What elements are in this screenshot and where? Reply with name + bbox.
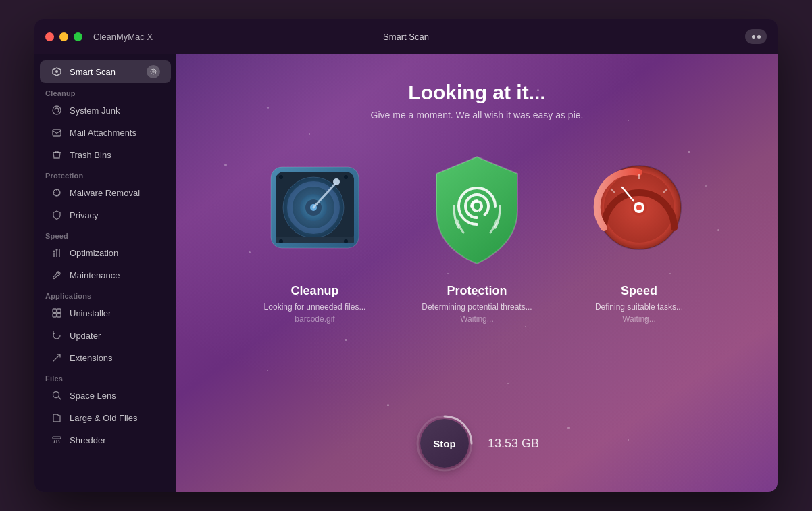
bottom-area: Stop 13.53 GB [415, 414, 539, 473]
privacy-icon [51, 209, 63, 221]
shredder-icon [51, 434, 63, 446]
optimization-label: Optimization [70, 248, 118, 258]
speed-card-icon [582, 145, 696, 273]
svg-point-34 [279, 175, 283, 179]
svg-rect-14 [53, 314, 57, 318]
sidebar-item-privacy[interactable]: Privacy [40, 204, 171, 226]
malware-icon [51, 187, 63, 199]
svg-point-47 [636, 205, 642, 210]
minimize-button[interactable] [59, 32, 68, 41]
protection-title: Protection [447, 284, 507, 298]
sidebar: Smart Scan Cleanup System Junk [34, 54, 176, 492]
section-cleanup: Cleanup [34, 84, 176, 99]
svg-rect-4 [53, 130, 61, 136]
cleanup-card: Cleanup Looking for unneeded files... ba… [244, 145, 386, 324]
svg-point-3 [53, 106, 61, 114]
svg-line-19 [54, 440, 55, 443]
sidebar-item-extensions[interactable]: Extensions [40, 347, 171, 368]
protection-desc: Determining potential threats... [422, 302, 532, 312]
sidebar-item-trash-bins[interactable]: Trash Bins [40, 144, 171, 166]
space-lens-label: Space Lens [70, 391, 116, 401]
main-title: Looking at it... [371, 81, 584, 104]
section-applications: Applications [34, 287, 176, 301]
svg-point-0 [55, 70, 58, 73]
sidebar-item-large-old-files[interactable]: Large & Old Files [40, 407, 171, 429]
protection-status: Waiting... [460, 314, 494, 324]
stop-button-container: Stop [415, 414, 474, 473]
sidebar-item-updater[interactable]: Updater [40, 324, 171, 346]
storage-value: 13.53 GB [488, 437, 539, 451]
uninstaller-icon [51, 307, 63, 319]
sidebar-item-malware-removal[interactable]: Malware Removal [40, 182, 171, 203]
svg-rect-15 [57, 314, 61, 318]
maximize-button[interactable] [74, 32, 82, 41]
large-old-files-label: Large & Old Files [70, 413, 137, 423]
dot2 [757, 35, 761, 39]
svg-point-10 [53, 251, 55, 253]
smart-scan-icon [51, 66, 63, 78]
updater-icon [51, 329, 63, 341]
mail-attachments-label: Mail Attachments [70, 128, 136, 138]
svg-rect-13 [57, 309, 61, 313]
titlebar: CleanMyMac X Smart Scan [34, 19, 778, 54]
svg-line-21 [59, 440, 59, 443]
svg-point-37 [344, 239, 348, 243]
close-button[interactable] [45, 32, 54, 41]
section-protection: Protection [34, 166, 176, 181]
cards-container: Cleanup Looking for unneeded files... ba… [244, 145, 710, 324]
traffic-lights [45, 32, 82, 41]
speed-title: Speed [621, 284, 657, 298]
cleanup-card-icon [257, 145, 372, 273]
system-junk-label: System Junk [70, 105, 120, 116]
smart-scan-label: Smart Scan [70, 67, 116, 77]
cleanup-status: barcode.gif [295, 314, 334, 324]
svg-point-36 [279, 239, 283, 243]
sidebar-item-smart-scan[interactable]: Smart Scan [40, 60, 171, 83]
uninstaller-label: Uninstaller [70, 308, 111, 318]
titlebar-actions [745, 29, 767, 44]
sidebar-item-uninstaller[interactable]: Uninstaller [40, 302, 171, 324]
space-lens-icon [51, 389, 63, 402]
section-files: Files [34, 369, 176, 384]
section-speed: Speed [34, 226, 176, 241]
privacy-label: Privacy [70, 210, 99, 220]
main-content: Looking at it... Give me a moment. We al… [176, 54, 778, 492]
svg-line-17 [59, 397, 61, 400]
dot1 [752, 35, 755, 39]
app-window: CleanMyMac X Smart Scan Smart Scan [34, 19, 778, 492]
svg-point-11 [56, 249, 58, 251]
shredder-label: Shredder [70, 435, 105, 445]
sidebar-item-maintenance[interactable]: Maintenance [40, 264, 171, 286]
extensions-label: Extensions [70, 353, 113, 363]
main-subtitle: Give me a moment. We all wish it was eas… [371, 110, 584, 120]
mail-icon [51, 126, 63, 139]
svg-rect-12 [53, 309, 57, 313]
speed-status: Waiting... [622, 314, 656, 324]
trash-bins-label: Trash Bins [70, 150, 111, 160]
sidebar-item-optimization[interactable]: Optimization [40, 242, 171, 264]
menu-button[interactable] [745, 29, 767, 44]
speed-card: Speed Defining suitable tasks... Waiting… [568, 145, 710, 324]
updater-label: Updater [70, 331, 101, 341]
protection-card: Protection Determining potential threats… [406, 145, 548, 324]
smart-scan-indicator [147, 65, 160, 78]
svg-point-32 [333, 178, 340, 185]
sidebar-item-shredder[interactable]: Shredder [40, 429, 171, 451]
speed-desc: Defining suitable tasks... [595, 302, 683, 312]
app-name-label: CleanMyMac X [93, 32, 153, 42]
maintenance-label: Maintenance [70, 270, 120, 281]
malware-removal-label: Malware Removal [70, 188, 140, 198]
protection-card-icon [420, 145, 534, 273]
extensions-icon [51, 351, 63, 364]
sidebar-item-space-lens[interactable]: Space Lens [40, 385, 171, 406]
main-header: Looking at it... Give me a moment. We al… [371, 81, 584, 120]
optimization-icon [51, 247, 63, 259]
svg-point-35 [344, 175, 348, 179]
svg-rect-33 [276, 237, 354, 243]
maintenance-icon [51, 269, 63, 281]
content-area: Smart Scan Cleanup System Junk [34, 54, 778, 492]
svg-rect-18 [53, 437, 61, 439]
sidebar-item-mail-attachments[interactable]: Mail Attachments [40, 122, 171, 143]
svg-point-2 [152, 70, 155, 73]
sidebar-item-system-junk[interactable]: System Junk [40, 99, 171, 121]
